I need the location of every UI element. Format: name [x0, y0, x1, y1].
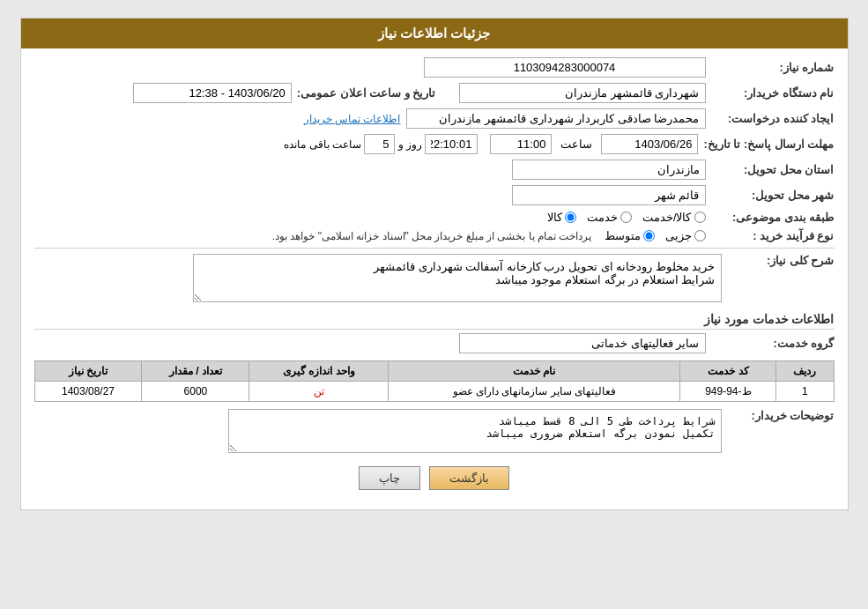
category-label: طبقه بندی موضوعی: [711, 211, 835, 224]
answer-time-label: ساعت [560, 137, 592, 151]
cell-service-name: فعالیتهای سایر سازمانهای دارای عضو [389, 382, 680, 402]
col-unit: واحد اندازه گیری [249, 361, 389, 382]
cell-date: 1403/08/27 [34, 382, 142, 402]
back-button[interactable]: بازگشت [429, 466, 509, 490]
cell-unit: تن [249, 382, 389, 402]
services-table: ردیف کد خدمت نام خدمت واحد اندازه گیری ت… [34, 360, 835, 402]
announcement-datetime-label: تاریخ و ساعت اعلان عمومی: [297, 86, 436, 100]
description-label: شرح کلی نیاز: [729, 254, 835, 267]
need-number-label: شماره نیاز: [711, 61, 835, 74]
cell-row-number: 1 [776, 382, 834, 402]
page-title: جزئیات اطلاعات نیاز [378, 26, 490, 41]
purchase-type-motavasset[interactable]: متوسط [605, 229, 655, 242]
col-quantity: تعداد / مقدار [142, 361, 249, 382]
contact-link[interactable]: اطلاعات تماس خریدار [304, 113, 401, 125]
services-section-title: اطلاعات خدمات مورد نیاز [34, 312, 835, 330]
remaining-label: ساعت باقی مانده [284, 138, 361, 151]
col-date: تاریخ نیاز [34, 361, 142, 382]
cell-quantity: 6000 [142, 382, 249, 402]
cell-service-code: ط-94-949 [680, 382, 776, 402]
buyer-org-input [459, 83, 706, 103]
answer-date-input [601, 134, 698, 154]
purchase-type-label: نوع فرآیند خرید : [711, 229, 835, 242]
answer-day-label: روز و [395, 138, 422, 151]
days-input [364, 134, 395, 154]
answer-time-input [490, 134, 552, 154]
button-row: بازگشت چاپ [34, 466, 835, 490]
creator-label: ایجاد کننده درخواست: [711, 112, 835, 125]
province-input [512, 160, 706, 180]
col-service-code: کد خدمت [680, 361, 776, 382]
category-radio-group: کالا/خدمت خدمت کالا [547, 211, 706, 224]
page-header: جزئیات اطلاعات نیاز [21, 19, 848, 48]
category-option-kala-khedmat[interactable]: کالا/خدمت [642, 211, 706, 224]
buyer-notes-textarea[interactable]: شرایط پرداخت طی 5 الی 8 قسط میباشد تکمیل… [228, 409, 722, 453]
city-input [512, 185, 706, 205]
city-label: شهر محل تحویل: [711, 189, 835, 202]
purchase-type-radio-group: جزیی متوسط [605, 229, 706, 242]
purchase-note: پرداخت تمام یا بخشی از مبلغ خریداز محل "… [272, 230, 592, 242]
table-row: 1 ط-94-949 فعالیتهای سایر سازمانهای دارا… [34, 382, 834, 402]
remaining-time-display: روز و ساعت باقی مانده [284, 134, 478, 154]
service-group-label: گروه خدمت: [711, 337, 835, 350]
col-service-name: نام خدمت [389, 361, 680, 382]
category-option-khedmat[interactable]: خدمت [587, 211, 632, 224]
services-table-container: ردیف کد خدمت نام خدمت واحد اندازه گیری ت… [34, 360, 835, 402]
service-group-input [459, 333, 706, 353]
print-button[interactable]: چاپ [359, 466, 420, 490]
col-row-number: ردیف [776, 361, 834, 382]
creator-input [406, 108, 706, 129]
buyer-notes-label: توضیحات خریدار: [729, 409, 835, 422]
need-number-input[interactable] [424, 57, 706, 78]
answer-deadline-label: مهلت ارسال پاسخ: تا تاریخ: [703, 137, 834, 151]
remaining-time-input [425, 134, 478, 154]
buyer-org-label: نام دستگاه خریدار: [711, 86, 835, 100]
category-option-kala[interactable]: کالا [547, 211, 576, 224]
province-label: استان محل تحویل: [711, 163, 835, 176]
purchase-type-jozei[interactable]: جزیی [665, 229, 706, 242]
description-textarea[interactable]: خرید مخلوط رودخانه ای تحویل درب کارخانه … [193, 254, 722, 302]
announcement-datetime-input [133, 83, 292, 103]
